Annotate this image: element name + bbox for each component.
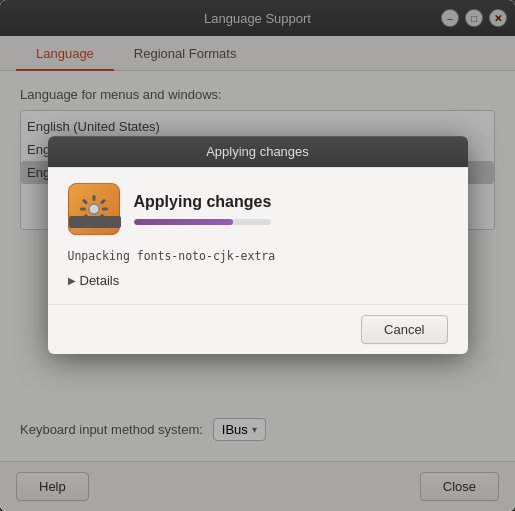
dialog-heading: Applying changes [134,193,272,211]
icon-bar [69,216,121,228]
dialog-footer: Cancel [48,304,468,354]
progress-bar-track [134,219,272,225]
status-text: Unpacking fonts-noto-cjk-extra [68,249,448,263]
dialog-header-row: Applying changes [68,183,448,235]
details-label: Details [80,273,120,288]
applying-changes-dialog: Applying changes [48,136,468,354]
svg-rect-3 [80,207,86,210]
svg-rect-5 [81,198,87,204]
svg-rect-4 [102,207,108,210]
svg-point-10 [91,206,97,212]
details-arrow-icon: ▶ [68,275,76,286]
svg-rect-6 [99,198,105,204]
cancel-button[interactable]: Cancel [361,315,447,344]
dialog-title-bar: Applying changes [48,136,468,167]
details-row[interactable]: ▶ Details [68,273,448,288]
app-icon [68,183,120,235]
dialog-body: Applying changes Unpacking fonts-noto-cj… [48,167,468,304]
dialog-title: Applying changes [206,144,309,159]
dialog-text-area: Applying changes [134,193,272,225]
main-window: Language Support – □ ✕ Language Regional… [0,0,515,511]
progress-bar-fill [134,219,233,225]
svg-rect-1 [92,195,95,201]
